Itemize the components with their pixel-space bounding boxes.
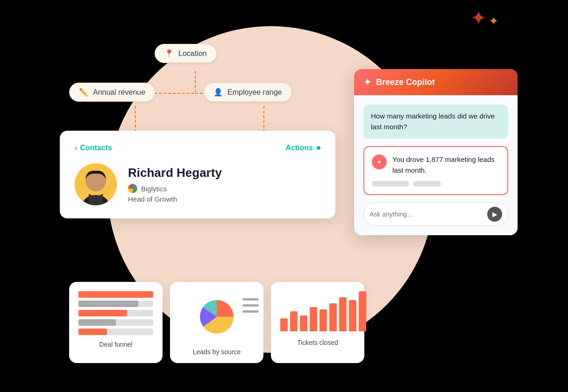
pie-chart xyxy=(196,296,238,338)
tickets-closed-card: Tickets closed xyxy=(271,282,364,363)
bar-9 xyxy=(359,291,366,331)
chat-input[interactable] xyxy=(369,210,483,218)
scene: ✦ ✦ 📍 Location ✏️ Annual revenue 👤 Emplo… xyxy=(0,0,568,392)
funnel-bar-1 xyxy=(78,291,153,298)
annual-revenue-chip[interactable]: ✏️ Annual revenue xyxy=(69,83,155,102)
response-tags xyxy=(372,181,500,187)
sparkles-decoration: ✦ ✦ xyxy=(470,8,499,28)
copilot-spark-icon: ✦ xyxy=(363,77,371,88)
card-body: Richard Hegarty Biglytics Head of Growth xyxy=(75,163,320,205)
funnel-bar-3 xyxy=(78,310,153,316)
legend-line-2 xyxy=(242,304,259,307)
bar-2 xyxy=(290,311,298,331)
response-tag-1 xyxy=(372,181,409,187)
pie-container xyxy=(179,291,254,343)
bar-4 xyxy=(310,307,317,331)
response-icon: ✦ xyxy=(372,154,387,169)
user-message: How many marketing leads did we drive la… xyxy=(363,105,508,139)
chat-input-row[interactable]: ▶ xyxy=(363,203,508,226)
copilot-title: Breeze Copilot xyxy=(376,77,435,87)
chevron-left-icon: ‹ xyxy=(75,144,77,152)
funnel-bar-4 xyxy=(78,319,153,326)
bar-7 xyxy=(339,297,347,331)
bar-3 xyxy=(300,315,307,331)
company-logo-icon xyxy=(128,184,137,193)
bar-8 xyxy=(349,300,356,331)
edit-icon: ✏️ xyxy=(79,88,88,97)
tickets-closed-title: Tickets closed xyxy=(280,339,355,346)
bar-1 xyxy=(280,318,288,331)
deal-funnel-title: Deal funnel xyxy=(78,341,153,348)
annual-revenue-label: Annual revenue xyxy=(93,88,145,97)
job-title: Head of Growth xyxy=(128,195,320,203)
avatar-svg xyxy=(75,163,117,205)
legend-line-3 xyxy=(242,310,259,313)
bar-5 xyxy=(320,309,327,331)
employee-range-chip[interactable]: 👤 Employee range xyxy=(204,83,292,102)
location-chip[interactable]: 📍 Location xyxy=(155,44,217,63)
actions-label: Actions xyxy=(285,144,313,152)
company-name: Biglytics xyxy=(141,185,167,193)
leads-by-source-title: Leads by source xyxy=(179,348,254,356)
avatar xyxy=(75,163,117,205)
sparkle-large-icon: ✦ xyxy=(470,8,487,28)
copilot-body: How many marketing leads did we drive la… xyxy=(354,95,518,235)
chart-cards: Deal funnel xyxy=(69,282,364,363)
deal-funnel-card: Deal funnel xyxy=(69,282,163,363)
employee-range-label: Employee range xyxy=(227,88,282,97)
bar-chart xyxy=(280,291,355,333)
deal-funnel-chart xyxy=(78,291,153,335)
copilot-panel: ✦ Breeze Copilot How many marketing lead… xyxy=(354,69,518,235)
bar-6 xyxy=(329,303,337,331)
person-info: Richard Hegarty Biglytics Head of Growth xyxy=(128,166,320,203)
send-button[interactable]: ▶ xyxy=(487,207,502,222)
response-header: ✦ You drove 1,877 marketing leads last m… xyxy=(372,154,500,175)
response-card: ✦ You drove 1,877 marketing leads last m… xyxy=(363,146,508,195)
actions-button[interactable]: Actions xyxy=(285,144,320,152)
pie-legend xyxy=(242,298,259,313)
response-tag-2 xyxy=(413,181,441,187)
person-name: Richard Hegarty xyxy=(128,166,320,180)
actions-dot-icon xyxy=(317,146,320,150)
company-row: Biglytics xyxy=(128,184,320,193)
response-text: You drove 1,877 marketing leads last mon… xyxy=(392,154,500,175)
contacts-label: Contacts xyxy=(80,144,112,152)
funnel-bar-2 xyxy=(78,301,153,307)
card-header: ‹ Contacts Actions xyxy=(75,144,320,152)
leads-by-source-card: Leads by source xyxy=(170,282,263,363)
contact-card: ‹ Contacts Actions xyxy=(60,131,335,218)
sparkle-small-icon: ✦ xyxy=(489,15,499,27)
funnel-bar-5 xyxy=(78,329,153,335)
copilot-header: ✦ Breeze Copilot xyxy=(354,69,518,95)
location-label: Location xyxy=(178,49,207,58)
legend-line-1 xyxy=(242,298,259,301)
location-icon: 📍 xyxy=(164,49,174,58)
contacts-back-button[interactable]: ‹ Contacts xyxy=(75,144,112,152)
person-icon: 👤 xyxy=(213,88,223,97)
